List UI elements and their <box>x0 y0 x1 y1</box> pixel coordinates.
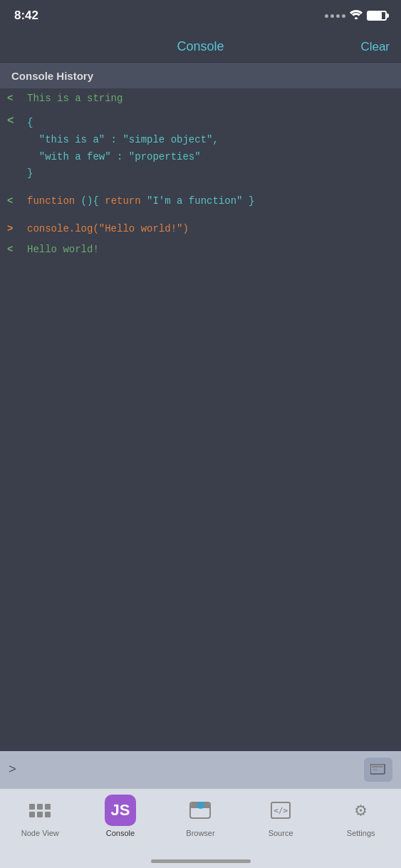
console-output: < This is a string < { "this is a" : "si… <box>0 88 401 751</box>
browser-icon-wrap: 🌐 <box>184 795 216 826</box>
status-icons <box>325 10 387 22</box>
signal-dots <box>325 14 345 18</box>
console-history-title: Console History <box>11 70 93 82</box>
input-prompt: > <box>9 763 16 777</box>
node-view-icon-wrap <box>24 795 56 826</box>
signal-dot-3 <box>336 14 340 18</box>
source-icon-wrap: </> <box>265 795 296 826</box>
nodeview-icon <box>29 804 51 817</box>
battery-icon <box>367 11 387 21</box>
entry-3-keyword-function: function <box>27 195 75 207</box>
entry-4-text: console.log("Hello world!") <box>27 222 189 237</box>
console-icon-wrap: JS <box>105 795 136 826</box>
tab-label-browser: Browser <box>186 829 214 837</box>
console-entry-3: < function (){ return "I'm a function" } <box>0 191 401 212</box>
arrow-in-4: > <box>7 222 24 237</box>
entry-2-line-2: "this is a" : "simple object", <box>27 132 219 149</box>
nav-bar: Console Clear <box>0 31 401 63</box>
browser-icon: 🌐 <box>189 802 211 819</box>
arrow-out-2: < <box>7 115 24 128</box>
entry-3-text: function (){ return "I'm a function" } <box>27 194 254 209</box>
submit-button[interactable] <box>364 758 392 782</box>
console-entry-1: < This is a string <box>0 88 401 109</box>
tab-label-settings: Settings <box>347 829 375 837</box>
status-time: 8:42 <box>14 9 38 23</box>
entry-5-text: Hello world! <box>27 242 99 257</box>
console-entry-2: < { "this is a" : "simple object", "with… <box>0 109 401 185</box>
arrow-out-3: < <box>7 194 24 209</box>
wifi-icon <box>350 10 363 22</box>
tab-item-node-view[interactable]: Node View <box>19 795 61 853</box>
status-bar: 8:42 <box>0 0 401 31</box>
js-icon: JS <box>110 801 130 820</box>
signal-dot-1 <box>325 14 328 18</box>
entry-3-keyword-return: return <box>105 195 140 207</box>
entry-2-line-1: { <box>27 115 219 132</box>
nav-title: Console <box>177 39 224 54</box>
entry-2-line-4: } <box>27 165 219 182</box>
entry-2-block: { "this is a" : "simple object", "with a… <box>27 115 219 182</box>
tab-item-source[interactable]: </> Source <box>259 795 302 853</box>
entry-3-parens: (){ <box>75 195 105 207</box>
tab-bar: Node View JS Console 🌐 Browser </> <box>0 788 401 868</box>
console-entry-4: > console.log("Hello world!") <box>0 219 401 239</box>
signal-dot-4 <box>342 14 345 18</box>
home-bar <box>151 859 251 863</box>
tab-item-console[interactable]: JS Console <box>99 795 142 853</box>
tab-item-browser[interactable]: 🌐 Browser <box>179 795 222 853</box>
console-input[interactable] <box>22 763 364 776</box>
home-indicator <box>0 853 401 868</box>
gear-icon: ⚙ <box>355 799 367 822</box>
svg-rect-2 <box>372 765 383 768</box>
tab-label-console: Console <box>106 829 135 837</box>
arrow-out-5: < <box>7 242 24 257</box>
entry-2-line-3: "with a few" : "properties" <box>27 149 219 166</box>
entry-3-return-val: "I'm a function" } <box>141 195 255 207</box>
tab-item-settings[interactable]: ⚙ Settings <box>340 795 382 853</box>
input-bar: > <box>0 751 401 788</box>
signal-dot-2 <box>330 14 334 18</box>
arrow-out-1: < <box>7 91 24 106</box>
tab-items: Node View JS Console 🌐 Browser </> <box>0 789 401 853</box>
console-entry-5: < Hello world! <box>0 239 401 260</box>
console-history-header: Console History <box>0 63 401 88</box>
clear-button[interactable]: Clear <box>360 40 390 54</box>
settings-icon-wrap: ⚙ <box>345 795 377 826</box>
tab-label-node-view: Node View <box>21 829 59 837</box>
entry-1-text: This is a string <box>27 91 123 106</box>
source-icon: </> <box>271 802 291 819</box>
svg-point-0 <box>355 17 358 19</box>
tab-label-source: Source <box>269 829 293 837</box>
